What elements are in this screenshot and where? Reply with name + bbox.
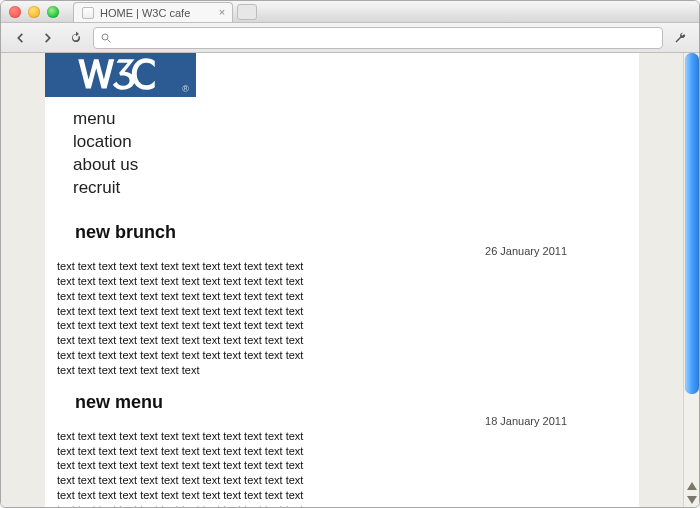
post-title: new menu <box>57 392 627 413</box>
titlebar: HOME | W3C cafe × <box>1 1 699 23</box>
chevron-down-icon <box>687 496 697 504</box>
toolbar <box>1 23 699 53</box>
minimize-window-button[interactable] <box>28 6 40 18</box>
post-date: 26 January 2011 <box>57 245 627 257</box>
svg-point-0 <box>102 34 108 40</box>
settings-button[interactable] <box>669 28 691 48</box>
post-title: new brunch <box>57 222 627 243</box>
w3c-logo-mark <box>76 53 166 97</box>
wrench-icon <box>673 31 687 45</box>
page-background: ® menu location about us recruit new bru… <box>1 53 683 507</box>
nav-item-menu[interactable]: menu <box>73 109 639 129</box>
search-icon <box>100 32 112 44</box>
tab-close-button[interactable]: × <box>216 6 228 18</box>
address-bar[interactable] <box>93 27 663 49</box>
page-icon <box>82 7 94 19</box>
nav-item-recruit[interactable]: recruit <box>73 178 639 198</box>
site-nav: menu location about us recruit <box>45 109 639 198</box>
trademark-icon: ® <box>182 84 189 94</box>
forward-button[interactable] <box>37 28 59 48</box>
scrollbar-thumb[interactable] <box>685 53 699 394</box>
scroll-down-arrow[interactable] <box>684 493 699 507</box>
back-button[interactable] <box>9 28 31 48</box>
svg-line-1 <box>108 39 111 42</box>
browser-window: HOME | W3C cafe × <box>0 0 700 508</box>
post: new brunch 26 January 2011 text text tex… <box>57 222 627 378</box>
scrollbar-track[interactable] <box>684 53 700 479</box>
post-date: 18 January 2011 <box>57 415 627 427</box>
post-body: text text text text text text text text … <box>57 429 317 507</box>
tab-title: HOME | W3C cafe <box>100 7 190 19</box>
chevron-up-icon <box>687 482 697 490</box>
new-tab-button[interactable] <box>237 4 257 20</box>
reload-button[interactable] <box>65 28 87 48</box>
zoom-window-button[interactable] <box>47 6 59 18</box>
tab-strip: HOME | W3C cafe × <box>73 0 659 22</box>
reload-icon <box>69 31 83 45</box>
window-controls <box>9 6 59 18</box>
close-window-button[interactable] <box>9 6 21 18</box>
vertical-scrollbar[interactable] <box>683 53 699 507</box>
w3c-logo: ® <box>45 53 196 97</box>
scroll-up-arrow[interactable] <box>684 479 699 493</box>
posts-list: new brunch 26 January 2011 text text tex… <box>45 198 639 507</box>
viewport: ® menu location about us recruit new bru… <box>1 53 699 507</box>
page-content: ® menu location about us recruit new bru… <box>45 53 639 507</box>
browser-tab[interactable]: HOME | W3C cafe × <box>73 2 233 22</box>
nav-item-location[interactable]: location <box>73 132 639 152</box>
post-body: text text text text text text text text … <box>57 259 317 378</box>
post: new menu 18 January 2011 text text text … <box>57 392 627 507</box>
arrow-left-icon <box>13 31 27 45</box>
nav-item-about[interactable]: about us <box>73 155 639 175</box>
arrow-right-icon <box>41 31 55 45</box>
